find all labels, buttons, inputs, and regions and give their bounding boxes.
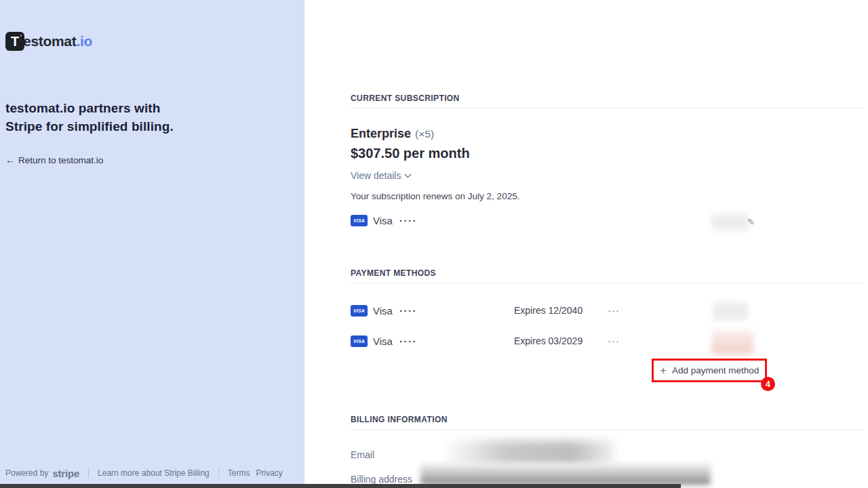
overflow-menu-icon[interactable]: ··· xyxy=(608,307,620,314)
return-link-label: Return to testomat.io xyxy=(18,155,103,165)
logo-tick-icon: ' xyxy=(20,35,22,41)
section-divider xyxy=(351,430,864,430)
redacted-card-number xyxy=(711,214,749,230)
visa-badge-icon: VISA xyxy=(351,215,368,226)
learn-more-link[interactable]: Learn more about Stripe Billing xyxy=(98,468,210,478)
plan-name: Enterprise xyxy=(351,127,411,141)
brand-logo[interactable]: T ' estomat .io xyxy=(5,32,92,51)
visa-badge-icon: VISA xyxy=(351,305,368,317)
current-subscription-section-title: CURRENT SUBSCRIPTION xyxy=(351,94,460,103)
logo-tld: .io xyxy=(76,33,92,49)
plan-row: Enterprise (×5) xyxy=(351,127,434,141)
sidebar-footer: Powered by stripe Learn more about Strip… xyxy=(5,468,283,479)
view-details-label: View details xyxy=(351,170,401,181)
terms-link[interactable]: Terms xyxy=(228,468,250,478)
arrow-left-icon: ← xyxy=(5,155,15,165)
plan-quantity: (×5) xyxy=(415,128,434,140)
card-expiry: Expires 03/2029 xyxy=(514,336,583,346)
redacted-bottom-strip xyxy=(0,484,681,488)
add-payment-method-button[interactable]: + Add payment method xyxy=(652,359,767,382)
visa-badge-icon: VISA xyxy=(351,336,368,347)
plus-icon: + xyxy=(660,365,667,376)
overflow-menu-icon[interactable]: ··· xyxy=(608,338,620,344)
view-details-toggle[interactable]: View details xyxy=(351,170,412,181)
card-dots: ···· xyxy=(399,215,417,226)
footer-divider xyxy=(88,468,89,478)
section-divider xyxy=(351,283,864,283)
payment-methods-section-title: PAYMENT METHODS xyxy=(351,268,436,278)
sidebar-heading: testomat.io partners with Stripe for sim… xyxy=(5,99,189,136)
payment-method-row: VISA Visa ···· Expires 12/2040 ··· xyxy=(351,302,864,319)
payment-method-row: VISA Visa ···· Expires 03/2029 ··· xyxy=(351,333,864,349)
card-brand: Visa xyxy=(373,305,393,317)
sidebar: T ' estomat .io testomat.io partners wit… xyxy=(0,0,304,488)
card-dots: ···· xyxy=(399,336,417,347)
edit-icon[interactable]: ✎ xyxy=(747,217,755,227)
add-payment-method-label: Add payment method xyxy=(672,365,759,375)
annotation-step-badge: 4 xyxy=(761,377,775,391)
stripe-logo[interactable]: stripe xyxy=(52,468,79,479)
logo-word: estomat xyxy=(23,33,76,49)
footer-divider xyxy=(218,468,219,478)
redacted-card-number xyxy=(711,330,753,354)
section-divider xyxy=(351,108,864,108)
privacy-link[interactable]: Privacy xyxy=(256,468,282,478)
plan-price: $307.50 per month xyxy=(351,146,470,161)
email-label: Email xyxy=(351,449,374,460)
billing-address-label: Billing address xyxy=(351,474,412,485)
return-to-site-link[interactable]: ← Return to testomat.io xyxy=(5,155,103,165)
logo-letter: T xyxy=(11,34,19,49)
redacted-card-number xyxy=(713,302,748,320)
renewal-notice: Your subscription renews on July 2, 2025… xyxy=(351,191,519,201)
card-brand: Visa xyxy=(373,215,393,226)
card-brand: Visa xyxy=(373,336,393,347)
main-content: CURRENT SUBSCRIPTION Enterprise (×5) $30… xyxy=(304,0,868,488)
card-expiry: Expires 12/2040 xyxy=(514,305,583,316)
redacted-address-value xyxy=(420,462,711,485)
billing-information-section-title: BILLING INFORMATION xyxy=(351,415,448,424)
subscription-payment-card: VISA Visa ···· xyxy=(351,215,417,226)
chevron-down-icon xyxy=(404,174,412,178)
card-dots: ···· xyxy=(399,305,417,317)
testomat-logo-icon: T ' xyxy=(5,32,24,51)
powered-by-label: Powered by xyxy=(5,468,48,478)
